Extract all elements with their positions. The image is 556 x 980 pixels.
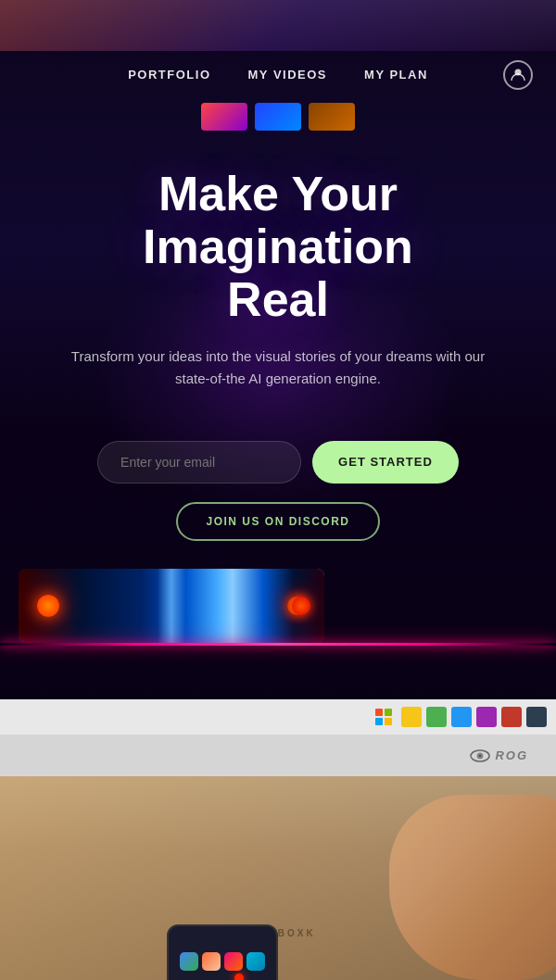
phone-app-icon-4 bbox=[246, 952, 265, 971]
website-area: PORTFOLIO MY VIDEOS MY PLAN Make Your Im… bbox=[0, 51, 556, 699]
nav-portfolio[interactable]: PORTFOLIO bbox=[128, 68, 210, 82]
phone-app-icon-2 bbox=[202, 952, 221, 971]
svg-point-3 bbox=[479, 754, 482, 757]
preview-image bbox=[19, 569, 324, 643]
nav-my-videos[interactable]: MY VIDEOS bbox=[248, 68, 328, 82]
thumbnail-2 bbox=[255, 103, 301, 131]
thumbnail-row bbox=[0, 98, 556, 140]
rog-eye-icon bbox=[470, 746, 490, 766]
taskbar-icon-app2[interactable] bbox=[476, 707, 497, 727]
phone-device bbox=[162, 924, 283, 980]
windows-start-button[interactable] bbox=[375, 709, 392, 725]
phone-app-icon-1 bbox=[180, 952, 198, 971]
discord-button[interactable]: JOIN US ON DISCORD bbox=[176, 502, 379, 541]
user-account-icon[interactable] bbox=[503, 60, 533, 90]
navigation: PORTFOLIO MY VIDEOS MY PLAN bbox=[0, 51, 556, 98]
win-cell-blue bbox=[375, 718, 383, 725]
cta-row: GET STARTED bbox=[0, 441, 556, 484]
thumbnail-1 bbox=[201, 103, 247, 131]
taskbar-icon-app4[interactable] bbox=[526, 707, 547, 727]
rog-logo: ROG bbox=[470, 746, 528, 766]
email-input[interactable] bbox=[97, 441, 301, 484]
rog-label: ROG bbox=[495, 748, 528, 762]
phone-app-icon-3 bbox=[224, 952, 243, 971]
hero-title-line1: Make Your Imagination bbox=[143, 167, 413, 273]
hero-section: Make Your Imagination Real Transform you… bbox=[0, 140, 556, 441]
discord-row: JOIN US ON DISCORD bbox=[0, 502, 556, 541]
hero-subtitle: Transform your ideas into the visual sto… bbox=[56, 346, 500, 390]
hero-title-line2: Real bbox=[227, 272, 329, 326]
win-cell-green bbox=[385, 709, 392, 716]
taskbar-icons bbox=[375, 707, 547, 727]
taskbar-icon-file-manager[interactable] bbox=[401, 707, 422, 727]
get-started-button[interactable]: GET STARTED bbox=[312, 441, 459, 484]
monitor-bezel-top bbox=[0, 0, 556, 51]
hand-area bbox=[343, 776, 556, 980]
win-cell-red bbox=[375, 709, 383, 716]
rog-logo-area: ROG bbox=[0, 735, 556, 776]
hand bbox=[389, 795, 556, 980]
preview-area bbox=[0, 569, 556, 643]
taskbar bbox=[0, 699, 556, 735]
taskbar-icon-app1[interactable] bbox=[451, 707, 472, 727]
nav-my-plan[interactable]: MY PLAN bbox=[364, 68, 428, 82]
taskbar-icon-app3[interactable] bbox=[501, 707, 522, 727]
taskbar-icon-browser[interactable] bbox=[426, 707, 447, 727]
phone-body bbox=[167, 924, 278, 980]
monitor-glow-line bbox=[0, 643, 556, 646]
desk-area: LOOPBOXK bbox=[0, 776, 556, 980]
win-cell-yellow bbox=[385, 718, 392, 725]
red-dot bbox=[234, 974, 244, 980]
nav-links: PORTFOLIO MY VIDEOS MY PLAN bbox=[128, 68, 428, 82]
thumbnail-3 bbox=[309, 103, 355, 131]
phone-screen bbox=[169, 926, 276, 980]
hero-title: Make Your Imagination Real bbox=[19, 168, 537, 327]
